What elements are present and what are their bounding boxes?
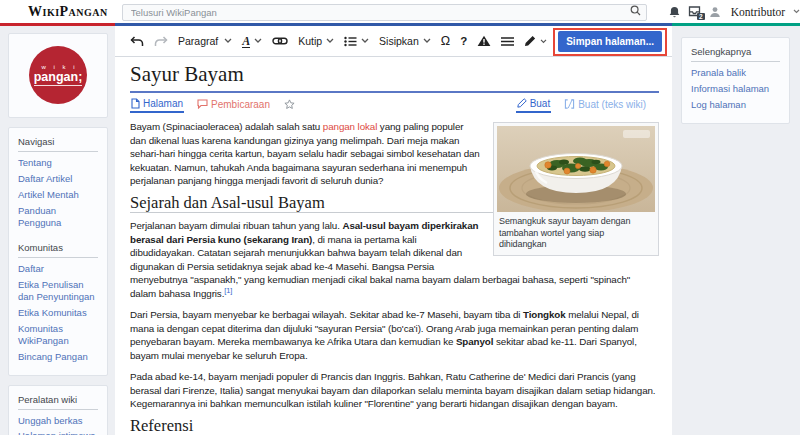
soup-bowl-photo <box>497 126 655 212</box>
talk-bubble-icon <box>197 99 208 109</box>
notification-badge: 2 <box>697 13 705 20</box>
sidebar-item-etika-komunitas[interactable]: Etika Komunitas <box>18 307 98 319</box>
sidebar-item-etika-penulisan[interactable]: Etika Penulisan dan Penyuntingan <box>18 279 98 303</box>
search-input[interactable] <box>122 4 647 21</box>
nav-card: Navigasi Tentang Daftar Artikel Artikel … <box>8 127 108 376</box>
user-menu-label[interactable]: Kontributor <box>731 6 785 18</box>
section-heading-referensi: Referensi <box>130 419 659 435</box>
redo-button[interactable] <box>149 36 173 47</box>
page-options-menu-button[interactable] <box>496 37 519 46</box>
undo-button[interactable] <box>125 36 149 47</box>
sidebar-section-title: Peralatan wiki <box>18 394 98 410</box>
sidebar-item-komunitas-wikipangan[interactable]: Komunitas WikiPangan <box>18 323 98 347</box>
sidebar-item-log-halaman[interactable]: Log halaman <box>691 99 780 111</box>
sidebar-item-halaman-istimewa[interactable]: Halaman istimewa <box>18 430 98 435</box>
reference-link-1[interactable]: [1] <box>224 285 232 294</box>
left-sidebar: w i k i pangan; Navigasi Tentang Daftar … <box>0 26 115 435</box>
sidebar-item-unggah-berkas[interactable]: Unggah berkas <box>18 415 98 427</box>
redlink-pangan-lokal[interactable]: pangan lokal <box>323 121 377 132</box>
sidebar-section-title: Navigasi <box>18 136 98 152</box>
wiki-logo[interactable]: w i k i pangan; <box>29 46 87 104</box>
editing-mode-dropdown[interactable] <box>519 35 552 47</box>
tab-pembicaraan[interactable]: Pembicaraan <box>196 96 271 112</box>
inbox-tray-icon[interactable]: 2 <box>688 6 701 17</box>
article-content: Semangkuk sayur bayam dengan tambahan wo… <box>130 120 659 435</box>
paragraph-format-dropdown[interactable]: Paragraf <box>173 35 237 47</box>
chevron-down-icon <box>540 39 547 44</box>
save-page-button[interactable]: Simpan halaman... <box>558 31 662 52</box>
tools-card: Peralatan wiki Unggah berkas Halaman ist… <box>8 385 108 435</box>
editor-toolbar: Paragraf A Kutip <box>115 26 672 57</box>
search-icon[interactable] <box>630 5 641 16</box>
sidebar-item-panduan-pengguna[interactable]: Panduan Pengguna <box>18 205 98 229</box>
tab-buat[interactable]: Buat <box>516 95 552 113</box>
pencil-icon <box>524 35 536 47</box>
bell-icon[interactable] <box>669 6 680 18</box>
bullet-list-icon <box>344 36 357 47</box>
help-button[interactable]: ? <box>455 35 472 47</box>
tab-buat-teks-wiki[interactable]: Buat (teks wiki) <box>563 96 647 112</box>
top-bar: WikiPangan 2 Kontributor <box>0 0 800 23</box>
watch-star-icon[interactable] <box>283 96 296 112</box>
notices-warning-button[interactable] <box>472 35 496 47</box>
sidebar-item-daftar[interactable]: Daftar <box>18 263 98 275</box>
sidebar-item-tentang[interactable]: Tentang <box>18 157 98 169</box>
chevron-down-icon <box>224 38 232 44</box>
hamburger-icon <box>501 37 514 46</box>
history-paragraph-3: Pada abad ke-14, bayam menjadi populer d… <box>130 370 659 411</box>
main-column: Paragraf A Kutip <box>115 26 672 435</box>
sidebar-item-artikel-mentah[interactable]: Artikel Mentah <box>18 189 98 201</box>
list-format-dropdown[interactable] <box>339 36 374 47</box>
wikitext-icon <box>564 99 575 109</box>
chevron-down-icon <box>361 38 369 44</box>
insert-dropdown[interactable]: Sisipkan <box>374 35 436 47</box>
logo-card: w i k i pangan; <box>8 33 108 118</box>
figure-caption: Semangkuk sayur bayam dengan tambahan wo… <box>497 212 655 252</box>
sidebar-item-informasi-halaman[interactable]: Informasi halaman <box>691 83 780 95</box>
page-icon <box>131 98 140 109</box>
more-section-title: Selengkapnya <box>691 46 780 62</box>
chevron-down-icon <box>326 38 334 44</box>
more-card: Selengkapnya Pranala balik Informasi hal… <box>681 37 790 124</box>
article-image[interactable] <box>497 126 655 212</box>
text-style-dropdown[interactable]: A <box>237 35 267 48</box>
sidebar-section-title: Komunitas <box>18 242 98 258</box>
cite-dropdown[interactable]: Kutip <box>293 35 339 47</box>
chevron-down-icon <box>423 38 431 44</box>
wikipangan-app: WikiPangan 2 Kontributor <box>0 0 800 435</box>
chevron-down-icon[interactable] <box>793 9 800 14</box>
site-wordmark[interactable]: WikiPangan <box>28 4 108 20</box>
search-bar[interactable] <box>122 2 647 21</box>
page-tabs: Halaman Pembicaraan Buat <box>130 93 659 114</box>
chevron-down-icon <box>254 38 262 44</box>
user-tools: 2 Kontributor <box>669 6 800 18</box>
article-area: Sayur Bayam Halaman Pembicaraan <box>115 57 672 435</box>
link-button[interactable] <box>267 36 293 46</box>
sidebar-item-pranala-balik[interactable]: Pranala balik <box>691 67 780 79</box>
sidebar-item-daftar-artikel[interactable]: Daftar Artikel <box>18 173 98 185</box>
tab-halaman[interactable]: Halaman <box>130 95 184 113</box>
pencil-icon <box>517 98 527 108</box>
special-character-button[interactable]: Ω <box>436 34 455 48</box>
sidebar-item-bincang-pangan[interactable]: Bincang Pangan <box>18 351 98 363</box>
right-sidebar: Selengkapnya Pranala balik Informasi hal… <box>672 26 800 435</box>
logo-main-text: pangan; <box>34 70 83 86</box>
history-paragraph-2: Dari Persia, bayam menyebar ke berbagai … <box>130 308 659 362</box>
user-avatar-icon <box>709 6 721 18</box>
page-title: Sayur Bayam <box>130 62 659 93</box>
article-figure: Semangkuk sayur bayam dengan tambahan wo… <box>493 122 659 256</box>
